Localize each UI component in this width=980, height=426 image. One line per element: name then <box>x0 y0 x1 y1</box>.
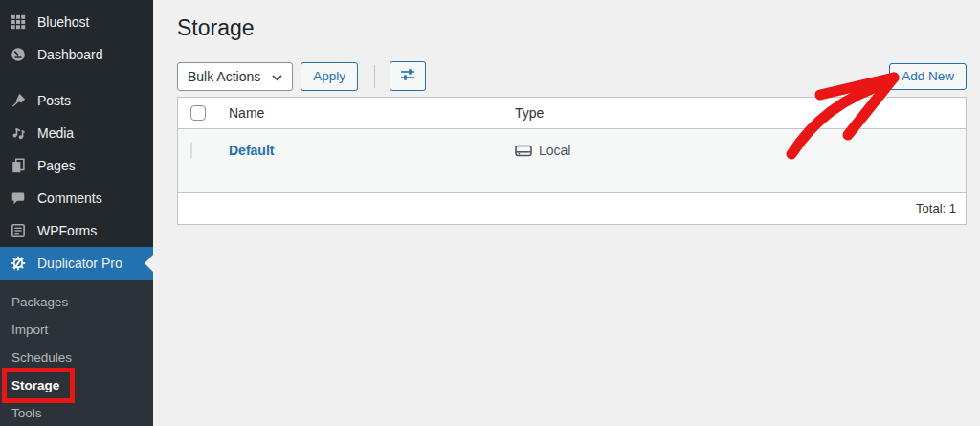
sidebar-item-bluehost[interactable]: Bluehost <box>0 6 153 38</box>
chevron-down-icon <box>272 69 282 84</box>
total-count-label: Total: 1 <box>916 201 956 215</box>
select-all-checkbox[interactable] <box>190 105 206 121</box>
submenu-item-label: Tools <box>11 406 42 420</box>
submenu-item-storage[interactable]: Storage <box>0 371 153 399</box>
submenu-item-label: Schedules <box>11 350 72 365</box>
toolbar-divider <box>374 65 375 88</box>
bulk-actions-select[interactable]: Bulk Actions <box>177 62 293 91</box>
sidebar-item-duplicator-pro[interactable]: Duplicator Pro <box>0 247 153 280</box>
submenu-item-label: Packages <box>11 295 68 309</box>
submenu-item-schedules[interactable]: Schedules <box>0 344 153 371</box>
table-footer: Total: 1 <box>178 192 966 224</box>
filter-button[interactable] <box>390 61 426 91</box>
sidebar-item-label: Bluehost <box>37 14 89 30</box>
sidebar-item-dashboard[interactable]: Dashboard <box>0 38 153 71</box>
media-icon <box>9 123 28 143</box>
sidebar-item-wpforms[interactable]: WPForms <box>0 214 153 247</box>
submenu-item-import[interactable]: Import <box>0 316 153 344</box>
sidebar-item-label: WPForms <box>37 223 97 238</box>
submenu-item-packages[interactable]: Packages <box>0 288 153 316</box>
dashboard-icon <box>9 45 28 64</box>
row-checkbox-cell <box>178 129 220 192</box>
duplicator-submenu: Packages Import Schedules Storage Tools <box>0 280 153 426</box>
menu-separator <box>0 71 153 84</box>
row-type-cell: Local <box>515 129 966 192</box>
form-icon <box>9 221 28 240</box>
table-header-row: Name Type <box>178 98 966 129</box>
list-toolbar: Bulk Actions Apply <box>177 61 967 91</box>
sidebar-item-comments[interactable]: Comments <box>0 182 153 214</box>
submenu-item-label: Storage <box>11 378 59 392</box>
comments-icon <box>9 189 28 208</box>
submenu-item-tools[interactable]: Tools <box>0 399 153 426</box>
grid-icon <box>9 12 28 32</box>
wordpress-admin-screen: Bluehost Dashboard <box>0 0 980 426</box>
storage-name-link[interactable]: Default <box>229 143 274 158</box>
table-row: Default Local <box>178 129 966 192</box>
column-header-type: Type <box>515 105 966 121</box>
main-content: Storage Bulk Actions Apply <box>153 0 980 426</box>
admin-sidebar: Bluehost Dashboard <box>0 0 153 426</box>
sidebar-item-label: Pages <box>37 158 76 173</box>
sidebar-item-posts[interactable]: Posts <box>0 84 153 117</box>
sidebar-item-label: Comments <box>37 191 102 206</box>
filter-sliders-icon <box>399 67 416 85</box>
sidebar-item-label: Duplicator Pro <box>37 256 122 271</box>
row-name-cell: Default <box>220 129 515 192</box>
pages-icon <box>9 156 28 175</box>
page-title: Storage <box>177 15 980 40</box>
pin-icon <box>9 91 28 110</box>
storage-list-table: Name Type Default Local <box>177 97 967 225</box>
apply-button[interactable]: Apply <box>301 62 358 91</box>
sidebar-item-label: Posts <box>37 93 71 108</box>
column-header-name: Name <box>220 105 515 121</box>
sidebar-item-pages[interactable]: Pages <box>0 149 153 182</box>
duplicator-gear-icon <box>9 254 28 273</box>
add-new-button[interactable]: Add New <box>889 63 967 90</box>
sidebar-item-media[interactable]: Media <box>0 117 153 149</box>
drive-icon <box>515 144 532 161</box>
row-checkbox-disabled <box>190 142 192 159</box>
storage-type-label: Local <box>539 143 570 158</box>
sidebar-item-label: Media <box>37 125 74 141</box>
submenu-item-label: Import <box>11 323 48 337</box>
sidebar-item-label: Dashboard <box>37 47 103 62</box>
admin-menu: Bluehost Dashboard <box>0 0 153 280</box>
bulk-actions-label: Bulk Actions <box>188 69 260 84</box>
